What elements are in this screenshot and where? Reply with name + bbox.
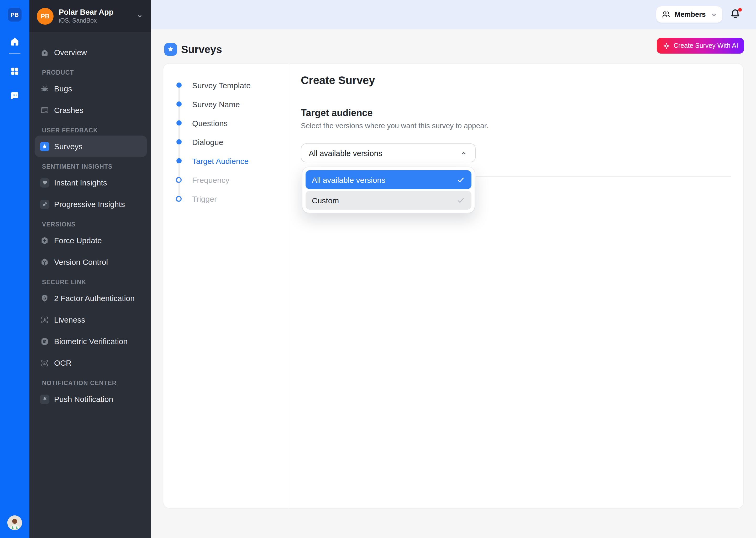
rail-divider [9,53,21,54]
surveys-page-icon [164,43,177,56]
home-icon[interactable] [9,36,21,47]
sidebar-section-product: PRODUCT [42,69,144,76]
card-scan-icon [40,358,49,367]
target-audience-description: Select the versions where you want this … [301,121,488,130]
step-survey-name[interactable]: Survey Name [163,94,288,114]
sidebar-item-surveys[interactable]: Surveys [35,135,147,157]
link-icon [40,199,49,209]
sidebar-item-crashes[interactable]: Crashes [35,99,147,121]
app-platform: iOS, SandBox [59,17,114,24]
step-dot [176,177,182,183]
people-icon [661,10,671,20]
sidebar-item-label: Overview [54,48,87,57]
sidebar-item-label: Surveys [54,142,82,151]
stepper-divider [288,64,288,508]
step-dot [176,139,182,144]
create-survey-label: Create Survey With AI [674,42,738,49]
step-dot [176,158,182,163]
sidebar-section-secure-link: SECURE LINK [42,279,144,285]
sidebar-item-version-control[interactable]: Version Control [35,251,147,273]
sidebar-item-label: Force Update [54,236,102,245]
step-dialogue[interactable]: Dialogue [163,133,288,151]
workspace-rail: PB [0,0,29,538]
sidebar-item-2fa[interactable]: 2 Factor Authentication [35,288,147,309]
step-trigger[interactable]: Trigger [163,189,288,208]
app-name: Polar Bear App [59,8,114,16]
sidebar-item-biometric-verification[interactable]: Biometric Verification [35,331,147,352]
unread-dot [737,7,742,12]
workspace-logo[interactable]: PB [8,8,22,22]
step-questions[interactable]: Questions [163,114,288,133]
survey-stepper: Survey Template Survey Name Questions Di… [163,76,288,208]
step-label: Survey Name [192,100,240,108]
sparkle-icon [663,42,670,50]
sidebar-item-force-update[interactable]: Force Update [35,230,147,251]
step-label: Frequency [192,175,229,184]
sidebar-item-label: Liveness [54,315,85,324]
app-switcher[interactable]: PB Polar Bear App iOS, SandBox [29,0,151,32]
option-label: All available versions [312,175,385,184]
option-label: Custom [312,196,339,205]
star-icon [167,46,174,53]
sidebar-section-versions: VERSIONS [42,221,144,228]
option-all-available-versions[interactable]: All available versions [306,170,471,189]
hexagon-up-arrow-icon [40,236,49,245]
step-label: Dialogue [192,137,223,146]
crash-window-icon [40,105,49,115]
step-survey-template[interactable]: Survey Template [163,76,288,94]
section-divider [476,176,731,177]
step-dot [176,101,182,107]
sidebar-item-liveness[interactable]: Liveness [35,309,147,331]
form-heading: Create Survey [301,74,375,87]
sidebar-item-label: Version Control [54,257,108,266]
shield-lock-icon [40,294,49,303]
check-icon [456,196,465,205]
apps-grid-icon[interactable] [10,66,20,76]
chat-icon[interactable] [9,90,20,101]
versions-dropdown[interactable]: All available versions [301,143,476,162]
sidebar-section-notification-center: NOTIFICATION CENTER [42,380,144,386]
sidebar-item-label: 2 Factor Authentication [54,294,135,303]
sidebar-item-label: Push Notification [54,395,113,404]
app-badge: PB [37,8,54,25]
sidebar-item-label: OCR [54,358,72,367]
target-audience-title: Target audience [301,108,372,119]
step-frequency[interactable]: Frequency [163,170,288,189]
step-dot [176,82,182,88]
members-button[interactable]: Members [656,6,722,23]
sidebar-item-label: Bugs [54,84,72,93]
user-avatar[interactable] [7,515,22,530]
option-custom[interactable]: Custom [306,191,471,210]
face-scan-icon [40,315,49,324]
chevron-up-icon [460,149,468,157]
step-target-audience[interactable]: Target Audience [163,151,288,170]
sidebar-section-sentiment-insights: SENTIMENT INSIGHTS [42,163,144,170]
versions-dropdown-menu: All available versions Custom [303,167,475,213]
bell-icon [40,394,49,404]
check-icon [456,175,465,184]
step-label: Trigger [192,194,217,203]
sidebar-item-progressive-insights[interactable]: Progressive Insights [35,193,147,215]
sidebar-item-instant-insights[interactable]: Instant Insights [35,172,147,193]
app-sidebar: PB Polar Bear App iOS, SandBox Overview … [29,0,151,538]
page-title: Surveys [181,44,222,56]
fingerprint-icon [40,337,49,346]
app-root: PB [0,0,756,538]
chevron-down-icon [710,11,718,18]
notifications-button[interactable] [729,7,743,22]
sidebar-item-overview[interactable]: Overview [35,41,147,63]
create-survey-with-ai-button[interactable]: Create Survey With AI [657,38,744,54]
members-label: Members [675,11,706,19]
sidebar-item-label: Crashes [54,106,83,115]
chevron-down-icon [135,12,144,20]
sidebar-item-bugs[interactable]: Bugs [35,78,147,99]
sidebar-item-ocr[interactable]: OCR [35,352,147,374]
sidebar-item-push-notification[interactable]: Push Notification [35,388,147,410]
step-label: Survey Template [192,81,251,89]
sidebar-item-label: Progressive Insights [54,200,125,209]
versions-dropdown-value: All available versions [309,148,382,157]
sidebar-item-label: Biometric Verification [54,337,127,346]
step-dot [176,120,182,126]
home-overview-icon [40,48,49,57]
bug-icon [40,84,49,93]
